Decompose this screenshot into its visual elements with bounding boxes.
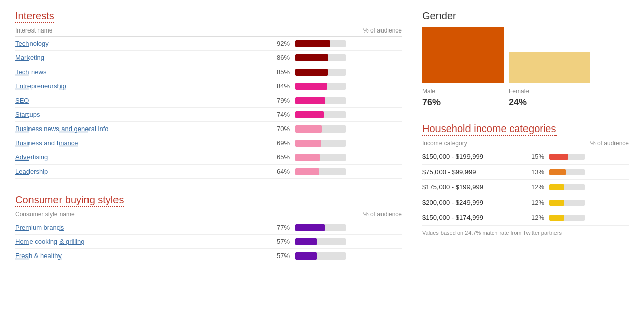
interest-name[interactable]: Leadership (15, 168, 259, 175)
interest-bar-fill (295, 83, 327, 90)
interest-name[interactable]: Startups (15, 111, 259, 118)
interest-bar-fill (295, 125, 322, 133)
interest-row: Business news and general info 70% (15, 122, 402, 136)
income-pct: 13% (524, 168, 544, 176)
interest-pct: 86% (259, 54, 290, 61)
interest-bar-track (295, 168, 346, 175)
interest-name[interactable]: SEO (15, 97, 259, 104)
income-header: Income category % of audience (422, 140, 629, 149)
interest-bar-track (295, 111, 346, 118)
consumer-col2: % of audience (363, 211, 402, 218)
interest-name[interactable]: Advertising (15, 153, 259, 161)
income-note: Values based on 24.7% match rate from Tw… (422, 230, 629, 236)
interest-bar-track (295, 125, 346, 133)
left-panel: Interests Interest name % of audience Te… (15, 10, 402, 263)
interest-bar-fill (295, 140, 321, 147)
interests-title: Interests (15, 10, 54, 23)
interest-name[interactable]: Tech news (15, 68, 259, 76)
consumer-title: Consumer buying styles (15, 194, 124, 207)
interest-bar-container (295, 83, 402, 90)
interest-bar-track (295, 140, 346, 147)
income-bar-track (549, 200, 585, 206)
income-bar-fill (549, 169, 566, 175)
income-pct: 12% (524, 214, 544, 221)
interest-bar-fill (295, 40, 330, 47)
page-container: Interests Interest name % of audience Te… (0, 0, 644, 273)
consumer-name[interactable]: Home cooking & grilling (15, 238, 259, 245)
consumer-row: Premium brands 77% (15, 220, 402, 235)
interest-row: Entrepreneurship 84% (15, 79, 402, 93)
interest-pct: 85% (259, 68, 290, 76)
interest-bar-container (295, 140, 402, 147)
interest-pct: 65% (259, 153, 290, 161)
interest-row: Tech news 85% (15, 65, 402, 79)
interest-pct: 74% (259, 111, 290, 118)
consumer-pct: 57% (259, 252, 290, 260)
female-label: Female (509, 86, 590, 95)
consumer-bar-track (295, 238, 346, 245)
income-category: $75,000 - $99,999 (422, 168, 524, 176)
income-category: $150,000 - $199,999 (422, 153, 524, 161)
income-bar-fill (549, 215, 564, 221)
female-bar-wrapper (509, 52, 590, 83)
female-pct: 24% (509, 97, 590, 108)
consumer-row: Fresh & healthy 57% (15, 249, 402, 263)
male-bar (422, 27, 504, 83)
interest-bar-fill (295, 154, 320, 161)
interest-bar-track (295, 83, 346, 90)
interest-name[interactable]: Business and finance (15, 139, 259, 147)
interest-bar-fill (295, 69, 328, 76)
consumer-bar-track (295, 252, 346, 260)
interest-bar-fill (295, 97, 325, 104)
consumer-name[interactable]: Fresh & healthy (15, 252, 259, 260)
gender-section: Gender Male Female 76% 24% (422, 10, 629, 108)
consumer-pct: 77% (259, 223, 290, 231)
interest-pct: 84% (259, 82, 290, 90)
interest-bar-container (295, 125, 402, 133)
interest-pct: 69% (259, 139, 290, 147)
income-bar-fill (549, 184, 564, 190)
consumer-pct: 57% (259, 238, 290, 245)
interest-row: Advertising 65% (15, 150, 402, 165)
income-category: $150,000 - $174,999 (422, 214, 524, 221)
income-pct: 12% (524, 183, 544, 191)
interest-name[interactable]: Entrepreneurship (15, 82, 259, 90)
consumer-col1: Consumer style name (15, 211, 75, 218)
interest-pct: 70% (259, 125, 290, 133)
interests-col1: Interest name (15, 27, 52, 34)
interest-bar-fill (295, 54, 328, 61)
interest-bar-track (295, 69, 346, 76)
interest-bar-track (295, 40, 346, 47)
interest-bar-fill (295, 168, 319, 175)
income-bar-track (549, 215, 585, 221)
interest-bar-container (295, 97, 402, 104)
consumer-name[interactable]: Premium brands (15, 223, 259, 231)
interest-name[interactable]: Technology (15, 40, 259, 47)
interest-row: Startups 74% (15, 108, 402, 122)
consumer-header: Consumer style name % of audience (15, 211, 402, 220)
interest-bar-container (295, 40, 402, 47)
interest-row: Marketing 86% (15, 51, 402, 65)
income-title: Household income categories (422, 123, 557, 136)
income-col1: Income category (422, 140, 467, 147)
income-col2: % of audience (590, 140, 629, 147)
income-bar-track (549, 184, 585, 190)
income-bar-track (549, 154, 585, 160)
interest-name[interactable]: Business news and general info (15, 125, 259, 133)
interest-row: Leadership 64% (15, 165, 402, 179)
interests-header: Interest name % of audience (15, 27, 402, 37)
male-label: Male (422, 86, 504, 95)
male-bar-wrapper (422, 27, 504, 83)
gender-pcts: 76% 24% (422, 97, 629, 108)
income-row: $150,000 - $199,999 15% (422, 149, 629, 165)
interest-bar-track (295, 54, 346, 61)
interest-name[interactable]: Marketing (15, 54, 259, 61)
gender-labels: Male Female (422, 86, 629, 95)
income-pct: 15% (524, 153, 544, 161)
male-pct: 76% (422, 97, 504, 108)
interest-row: Business and finance 69% (15, 136, 402, 150)
consumer-bar-container (295, 252, 402, 260)
consumer-bar-track (295, 224, 346, 231)
female-bar (509, 52, 590, 83)
interest-bar-track (295, 97, 346, 104)
